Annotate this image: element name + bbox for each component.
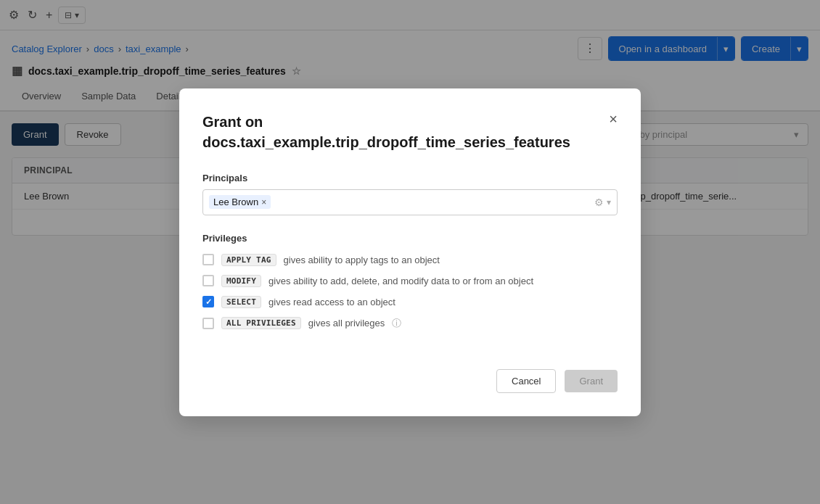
select-badge: SELECT [221, 296, 261, 308]
principals-gear-icon[interactable]: ⚙ [594, 197, 604, 208]
principals-tags: Lee Brown × [209, 195, 271, 209]
all-privileges-desc: gives all privileges [308, 318, 385, 329]
all-privileges-badge: ALL PRIVILEGES [221, 317, 301, 329]
modal-grant-button[interactable]: Grant [565, 370, 618, 392]
all-privileges-info-icon[interactable]: ⓘ [392, 317, 401, 330]
privilege-all: ALL PRIVILEGES gives all privileges ⓘ [202, 313, 618, 334]
tag-remove-button[interactable]: × [261, 197, 266, 207]
modal-header: Grant on docs.taxi_example.trip_dropoff_… [202, 112, 618, 152]
apply-tag-badge: APPLY TAG [221, 254, 276, 266]
select-checkbox[interactable] [202, 296, 214, 307]
modal-title: Grant on docs.taxi_example.trip_dropoff_… [202, 112, 570, 152]
modal-title-line2: docs.taxi_example.trip_dropoff_time_seri… [202, 132, 570, 152]
tag-label: Lee Brown [213, 197, 258, 207]
grant-modal: Grant on docs.taxi_example.trip_dropoff_… [179, 88, 641, 416]
principals-chevron-icon[interactable]: ▾ [607, 197, 611, 207]
modify-desc: gives ability to add, delete, and modify… [268, 276, 533, 286]
select-desc: gives read access to an object [268, 297, 395, 307]
all-privileges-checkbox[interactable] [202, 318, 214, 329]
principal-tag-lee-brown: Lee Brown × [209, 195, 271, 209]
modal-close-button[interactable]: × [609, 112, 618, 126]
privileges-label: Privileges [202, 233, 618, 244]
apply-tag-checkbox[interactable] [202, 254, 214, 265]
apply-tag-desc: gives ability to apply tags to an object [284, 255, 440, 265]
principals-label: Principals [202, 173, 618, 183]
privilege-select: SELECT gives read access to an object [202, 292, 618, 313]
modify-badge: MODIFY [221, 275, 261, 287]
cancel-button[interactable]: Cancel [496, 369, 556, 393]
modal-title-line1: Grant on [202, 112, 570, 132]
principals-input[interactable]: Lee Brown × ⚙ ▾ [202, 189, 618, 215]
privilege-apply-tag: APPLY TAG gives ability to apply tags to… [202, 249, 618, 270]
privileges-section: Privileges APPLY TAG gives ability to ap… [202, 233, 618, 334]
modify-checkbox[interactable] [202, 275, 214, 286]
privilege-modify: MODIFY gives ability to add, delete, and… [202, 270, 618, 292]
modal-footer: Cancel Grant [202, 369, 618, 393]
input-actions: ⚙ ▾ [594, 197, 611, 208]
